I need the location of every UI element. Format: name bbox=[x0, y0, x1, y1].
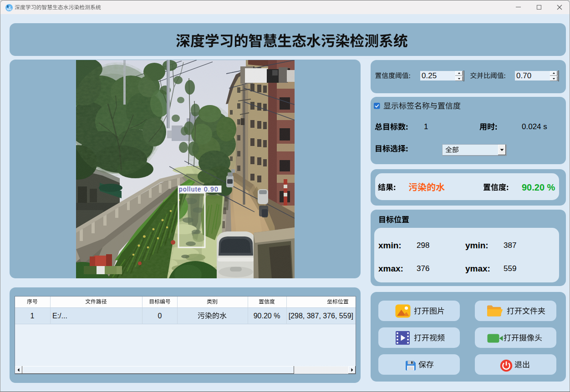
svg-text:pollute 0.90: pollute 0.90 bbox=[179, 186, 219, 193]
